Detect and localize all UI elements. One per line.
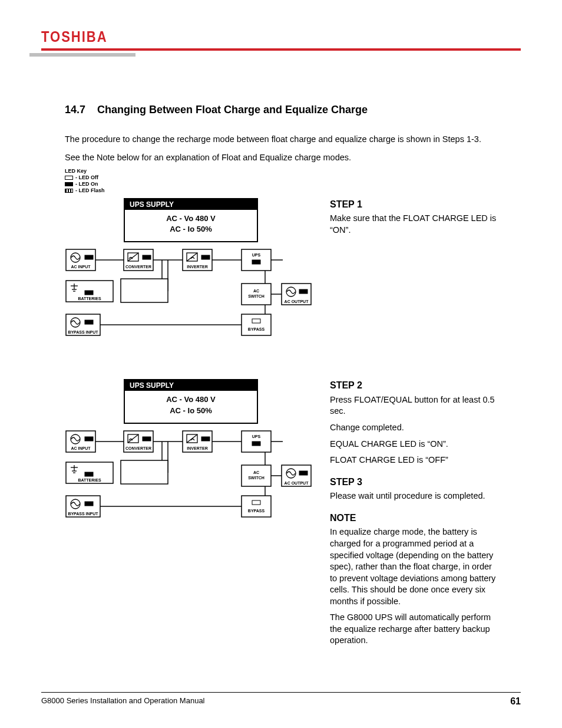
svg-rect-81 (85, 472, 93, 476)
lcd-panel: UPS SUPPLY AC - Vo 480 V AC - Io 50% (124, 198, 258, 243)
diagram-step1: UPS SUPPLY AC - Vo 480 V AC - Io 50% (65, 198, 312, 350)
intro-paragraph: The procedure to change the recharge mod… (65, 134, 497, 146)
svg-rect-75 (252, 442, 260, 446)
lcd-panel: UPS SUPPLY AC - Vo 480 V AC - Io 50% (124, 379, 258, 424)
led-flash-icon (65, 189, 73, 193)
svg-rect-14 (143, 255, 151, 259)
svg-text:BATTERIES: BATTERIES (78, 297, 101, 301)
lcd-title: UPS SUPPLY (125, 199, 257, 210)
lcd-line2: AC - Io 50% (125, 224, 257, 235)
svg-text:AC OUTPUT: AC OUTPUT (285, 481, 309, 485)
step3-heading: STEP 3 (330, 476, 497, 489)
svg-text:CONVERTER: CONVERTER (125, 265, 151, 269)
svg-rect-9 (85, 255, 93, 259)
svg-text:UPS: UPS (252, 434, 261, 439)
svg-text:SWITCH: SWITCH (248, 294, 265, 298)
svg-rect-29 (85, 291, 93, 295)
svg-text:AC INPUT: AC INPUT (71, 265, 91, 269)
svg-rect-71 (201, 437, 210, 441)
svg-rect-89 (121, 460, 168, 484)
note-heading: NOTE (330, 512, 497, 525)
lcd-line1: AC - Vo 480 V (125, 213, 257, 225)
svg-rect-23 (252, 260, 260, 264)
svg-rect-47 (85, 320, 93, 324)
page-footer: G8000 Series Installation and Operation … (41, 692, 521, 707)
lcd-line2: AC - Io 50% (125, 406, 257, 417)
svg-rect-37 (121, 279, 168, 302)
svg-text:AC OUTPUT: AC OUTPUT (285, 299, 309, 304)
header-rule (41, 48, 521, 51)
brand-logo: TOSHIBA (41, 28, 108, 46)
svg-rect-95 (299, 471, 308, 475)
svg-text:INVERTER: INVERTER (187, 265, 207, 269)
step2-line1: Press FLOAT/EQUAL button for at least 0.… (330, 394, 497, 417)
step2-line3: EQUAL CHARGE LED is “ON”. (330, 439, 497, 450)
led-on-label: - LED On (75, 181, 98, 187)
svg-text:AC: AC (253, 470, 259, 475)
step1-body: Make sure that the FLOAT CHARGE LED is “… (330, 213, 497, 236)
section-number: 14.7 (65, 104, 85, 116)
svg-text:SWITCH: SWITCH (248, 476, 265, 480)
diagram-step2: UPS SUPPLY AC - Vo 480 V AC - Io 50% (65, 379, 312, 531)
step1-heading: STEP 1 (330, 198, 497, 211)
note-paragraph-1: In equalize charge mode, the battery is … (330, 526, 497, 607)
svg-rect-99 (85, 502, 93, 506)
svg-text:CONVERTER: CONVERTER (125, 446, 151, 450)
svg-rect-102 (252, 500, 260, 505)
svg-text:BYPASS: BYPASS (248, 327, 265, 331)
svg-text:AC INPUT: AC INPUT (71, 446, 91, 450)
see-note-line: See the Note below for an explanation of… (65, 153, 497, 162)
lcd-title: UPS SUPPLY (125, 380, 257, 391)
led-off-label: - LED Off (75, 174, 98, 180)
footer-manual-title: G8000 Series Installation and Operation … (41, 696, 205, 707)
led-on-icon (65, 182, 73, 186)
svg-rect-101 (242, 496, 271, 517)
svg-rect-43 (299, 289, 308, 294)
page: TOSHIBA 14.7Changing Between Float Charg… (0, 0, 562, 728)
svg-rect-66 (143, 437, 151, 441)
step3-body: Please wait until procedure is completed… (330, 490, 497, 502)
svg-text:BATTERIES: BATTERIES (78, 478, 101, 482)
led-off-icon (65, 176, 73, 180)
svg-rect-49 (242, 314, 271, 335)
led-key-title: LED Key (65, 168, 497, 174)
section-title-text: Changing Between Float Charge and Equali… (97, 104, 368, 116)
svg-text:BYPASS INPUT: BYPASS INPUT (68, 512, 98, 516)
ups-flow-svg: AC INPUT CONVERTER INVERTER (65, 424, 312, 530)
svg-text:AC: AC (253, 289, 259, 293)
step2-heading: STEP 2 (330, 379, 497, 392)
svg-rect-19 (201, 255, 210, 259)
section-heading: 14.7Changing Between Float Charge and Eq… (65, 104, 497, 116)
svg-text:BYPASS INPUT: BYPASS INPUT (68, 330, 98, 334)
ups-flow-svg: AC INPUT CONVERTER I (65, 242, 312, 348)
lcd-line1: AC - Vo 480 V (125, 394, 257, 406)
led-key-legend: LED Key - LED Off - LED On - LED Flash (65, 168, 497, 195)
step2-line2: Change completed. (330, 422, 497, 434)
content-area: 14.7Changing Between Float Charge and Eq… (41, 104, 521, 651)
footer-page-number: 61 (510, 696, 521, 707)
svg-rect-61 (85, 437, 93, 441)
svg-rect-50 (252, 319, 260, 323)
svg-text:UPS: UPS (252, 253, 261, 257)
step2-line4: FLOAT CHARGE LED is “OFF” (330, 454, 497, 466)
led-flash-label: - LED Flash (75, 187, 105, 193)
svg-text:INVERTER: INVERTER (187, 446, 207, 450)
note-paragraph-2: The G8000 UPS will automatically perform… (330, 612, 497, 647)
svg-text:BYPASS: BYPASS (248, 509, 265, 513)
